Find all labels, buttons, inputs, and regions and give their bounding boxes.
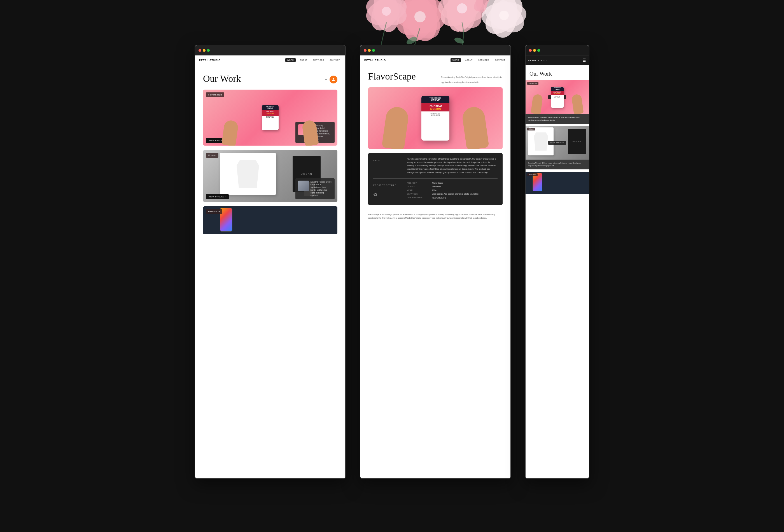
center-screen: Petal Studio WORK ABOUT SERVICES CONTACT… xyxy=(360,45,511,479)
menu-icon[interactable]: ≡ xyxy=(325,77,327,82)
right-dot-green[interactable] xyxy=(537,49,540,52)
center-subtitle-wrap: Revolutionizing TastyBites' digital pres… xyxy=(441,74,503,84)
right-chip-pkg: THE ORGANIC CRAVE PAPRIKA & ONION REDUCE… xyxy=(551,87,564,108)
detail-val-services: Web Design, App Design, Branding, Digita… xyxy=(432,193,478,195)
right-nav: PETAL STUDIO ☰ xyxy=(526,55,589,65)
chip-package-center: THE ORGANIC CRAVE PAPRIKA & ONION REDUCE… xyxy=(421,96,449,141)
left-urbane-label: Urbane xyxy=(206,153,218,158)
bottom-paragraph: FlavorScape is not merely a project; it'… xyxy=(368,213,503,220)
right-flavorscape-card: THE ORGANIC CRAVE PAPRIKA & ONION REDUCE… xyxy=(526,80,589,124)
center-nav-services[interactable]: SERVICES xyxy=(477,58,491,62)
center-nav-about[interactable]: ABOUT xyxy=(464,58,474,62)
right-dark-card: URBAN xyxy=(568,129,586,154)
left-page-content: Our Work ≡ xyxy=(195,65,345,239)
center-hand-right xyxy=(461,106,489,149)
right-dot-yellow[interactable] xyxy=(533,49,536,52)
chip-text-lentil: LENTIL CHIPS xyxy=(262,117,278,119)
center-detail-section: ABOUT FlavorScape marks the culmination … xyxy=(368,153,503,205)
left-nav-work[interactable]: WORK xyxy=(285,58,296,62)
right-urbane-image: URBAN Urbane VIEW PROJECT xyxy=(526,126,589,160)
svg-point-22 xyxy=(499,11,509,20)
left-harmonize-image: Harmonize xyxy=(203,206,337,234)
dot-yellow[interactable] xyxy=(203,49,205,52)
detail-key-preview: LIVE PREVIEW: xyxy=(407,197,432,199)
dot-red[interactable] xyxy=(198,49,201,52)
chip-visual-right: THE ORGANIC CRAVE PAPRIKA & ONION REDUCE… xyxy=(526,80,589,114)
detail-val-project: FlavorScape xyxy=(432,182,443,184)
chip-text-crave: CRAVE xyxy=(263,107,278,109)
floral-background xyxy=(0,0,784,46)
detail-val-year: 2024 xyxy=(432,189,437,191)
details-flex: PROJECT DETAILS ✿ PROJECT: FlavorScape xyxy=(373,182,498,201)
right-harmonize-image: Harmonize xyxy=(526,172,589,194)
right-harmonize-card: Harmonize xyxy=(526,172,589,194)
left-urbane-btn[interactable]: VIEW PROJECT xyxy=(206,194,229,199)
left-header-icons: ≡ xyxy=(325,76,337,83)
browser-dots xyxy=(198,49,210,52)
about-label: ABOUT xyxy=(373,159,382,162)
right-shirt-shape xyxy=(534,133,548,151)
project-details-grid: PROJECT DETAILS ✿ PROJECT: FlavorScape xyxy=(373,178,498,201)
right-flavorscape-info: Revolutionizing TastyBites' digital pres… xyxy=(526,114,589,124)
chip-lg-text2: CRAVE xyxy=(423,99,448,102)
center-dot-yellow[interactable] xyxy=(368,49,371,52)
right-chip-t6: LENTIL CHIPS xyxy=(552,97,563,98)
right-urbane-desc: Elevating Threads & Co.'s image with a s… xyxy=(528,162,587,167)
detail-key-client: CLIENT: xyxy=(407,186,432,188)
right-work-header: Our Work xyxy=(526,65,589,80)
right-work-title: Our Work xyxy=(530,71,552,77)
right-hand-left xyxy=(531,94,543,114)
right-brand: PETAL STUDIO xyxy=(528,59,548,61)
details-rows: PROJECT: FlavorScape CLIENT: TastyBites … xyxy=(407,182,478,201)
left-work-header: Our Work ≡ xyxy=(195,65,345,90)
center-browser-bar xyxy=(360,45,510,55)
center-nav-contact[interactable]: CONTACT xyxy=(493,58,506,62)
left-flavorscape-image: THE ORGANIC CRAVE PAPRIKA & ONION REDUCE… xyxy=(203,90,337,146)
right-harmonize-label: Harmonize xyxy=(527,173,538,176)
svg-point-27 xyxy=(333,78,334,80)
about-text: FlavorScape marks the culmination of Tas… xyxy=(407,157,498,174)
chip-visual-left: THE ORGANIC CRAVE PAPRIKA & ONION REDUCE… xyxy=(203,90,337,146)
urbane-overlay-inner: Elevating Threads & Co.'s image with a s… xyxy=(298,180,332,197)
right-urbane-btn[interactable]: VIEW PROJECT xyxy=(548,141,566,145)
chip-lg-bottom: REDUCED FAT LENTIL CHIPS xyxy=(421,111,449,117)
right-chip-t2: CRAVE xyxy=(552,88,563,90)
left-brand: Petal Studio xyxy=(199,59,221,62)
right-flavorscape-label: FlavorScape xyxy=(527,82,538,85)
center-nav-links: WORK ABOUT SERVICES CONTACT xyxy=(450,58,507,62)
detail-key-services: SERVICES: xyxy=(407,193,432,195)
chip-lg-top: THE ORGANIC CRAVE xyxy=(421,96,449,103)
detail-row-project: PROJECT: FlavorScape xyxy=(407,182,478,184)
center-hand-left xyxy=(382,106,410,149)
project-details-label: PROJECT DETAILS xyxy=(373,184,396,187)
urbane-overlay-text: Elevating Threads & Co.'s image with a s… xyxy=(310,180,332,197)
right-dot-red[interactable] xyxy=(529,49,532,52)
right-page-content: Our Work THE ORGANIC CRAVE PAPRIKA xyxy=(526,65,589,196)
right-urbane-card: URBAN Urbane VIEW PROJECT Elevating Thre… xyxy=(526,126,589,169)
hamburger-icon[interactable]: ☰ xyxy=(582,58,586,63)
detail-row-preview: LIVE PREVIEW: FLAVORSCAPE xyxy=(407,197,478,199)
chip-lg-mid: PAPRIKA & ONION xyxy=(421,103,449,111)
center-nav-work[interactable]: WORK xyxy=(450,58,461,62)
center-dot-red[interactable] xyxy=(364,49,366,52)
right-chip-btm: REDUCED FAT LENTIL CHIPS xyxy=(551,95,564,99)
avatar-icon[interactable] xyxy=(330,76,337,83)
left-nav-services[interactable]: SERVICES xyxy=(312,58,325,62)
left-nav-contact[interactable]: CONTACT xyxy=(328,58,341,62)
left-harmonize-card: Harmonize xyxy=(203,206,337,234)
chip-lg-text4: & ONION xyxy=(422,108,448,110)
live-preview-link[interactable]: FLAVORSCAPE xyxy=(432,197,450,199)
right-flavorscape-image: THE ORGANIC CRAVE PAPRIKA & ONION REDUCE… xyxy=(526,80,589,114)
dot-green[interactable] xyxy=(207,49,210,52)
center-dot-green[interactable] xyxy=(372,49,375,52)
detail-val-client: TastyBites xyxy=(432,186,441,188)
center-brand: Petal Studio xyxy=(364,59,386,62)
chip-lg-text6: LENTIL CHIPS xyxy=(422,114,448,116)
left-urbane-card: URBAN Urbane VIEW PROJECT Elevating Thre… xyxy=(203,150,337,202)
chip-package-left: THE ORGANIC CRAVE PAPRIKA & ONION REDUCE… xyxy=(262,105,279,130)
left-nav: Petal Studio WORK ABOUT SERVICES CONTACT xyxy=(195,55,345,65)
left-urbane-image: URBAN Urbane VIEW PROJECT Elevating Thre… xyxy=(203,150,337,202)
left-nav-about[interactable]: ABOUT xyxy=(299,58,309,62)
left-harmonize-label: Harmonize xyxy=(206,209,222,214)
center-project-subtitle: Revolutionizing TastyBites' digital pres… xyxy=(441,76,502,83)
